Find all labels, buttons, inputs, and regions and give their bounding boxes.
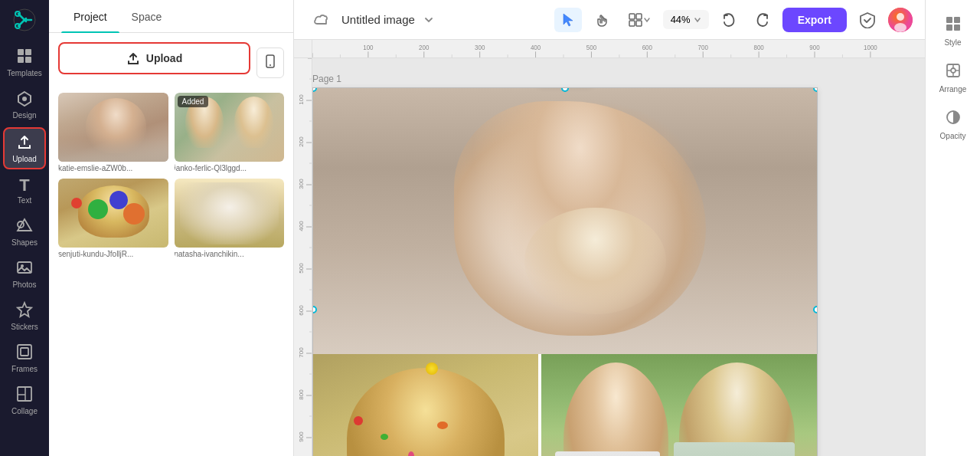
- grid-icon: [628, 12, 643, 28]
- sidebar-item-frames[interactable]: Frames: [3, 339, 46, 378]
- svg-point-99: [951, 68, 956, 73]
- svg-text:800: 800: [298, 389, 305, 400]
- panel-sidebar: Project Space Upload: [49, 0, 294, 456]
- image-label-3: senjuti-kundu-JfolljR...: [58, 250, 168, 258]
- top-toolbar: Untitled image: [294, 0, 925, 40]
- right-panel: Style Arrange Opacity: [925, 0, 980, 456]
- style-icon: [945, 15, 962, 36]
- export-button[interactable]: Export: [782, 8, 847, 32]
- canvas-with-ruler: 100 200 300 400 500 600 700 800: [294, 40, 925, 456]
- image-grid: katie-emslie-aZW0b... Added janko-ferlic…: [58, 93, 284, 258]
- image-item-1[interactable]: katie-emslie-aZW0b...: [58, 93, 168, 172]
- cursor-tool-button[interactable]: [554, 8, 582, 32]
- sidebar-item-photos[interactable]: Photos: [3, 254, 46, 294]
- canvas-area: Untitled image: [294, 0, 925, 456]
- templates-icon: [16, 48, 33, 67]
- svg-rect-21: [636, 21, 642, 26]
- sidebar-item-stickers[interactable]: Stickers: [3, 297, 46, 336]
- collage-label: Collage: [11, 407, 38, 415]
- svg-text:300: 300: [475, 44, 485, 51]
- templates-label: Templates: [7, 69, 42, 77]
- image-item-4[interactable]: natasha-ivanchikin...: [175, 179, 285, 258]
- svg-text:1000: 1000: [864, 44, 877, 51]
- zoom-chevron-icon: [694, 16, 701, 24]
- sidebar-item-design[interactable]: Design: [3, 85, 46, 124]
- shield-button[interactable]: [853, 7, 882, 33]
- svg-point-24: [894, 23, 906, 32]
- svg-rect-11: [18, 345, 31, 359]
- ruler-horizontal: 100 200 300 400 500 600 700 800: [312, 40, 925, 58]
- sidebar-item-shapes[interactable]: Shapes: [3, 212, 46, 251]
- text-icon: T: [19, 177, 29, 194]
- photo-two-kids[interactable]: [540, 354, 817, 456]
- canvas-viewport[interactable]: Page 1: [312, 58, 925, 456]
- style-label: Style: [944, 38, 961, 47]
- upload-button[interactable]: Upload: [58, 42, 250, 74]
- photo-girl-paint[interactable]: [313, 354, 540, 456]
- svg-rect-4: [25, 49, 31, 55]
- frame-chevron-icon: [643, 16, 651, 24]
- photo-mother-baby[interactable]: [313, 88, 817, 354]
- sidebar-item-templates[interactable]: Templates: [3, 43, 46, 82]
- svg-rect-3: [18, 49, 24, 55]
- brand-logo[interactable]: [11, 6, 38, 34]
- right-panel-style[interactable]: Style: [929, 9, 978, 53]
- cloud-icon: [312, 11, 329, 28]
- sidebar-item-collage[interactable]: Collage: [3, 381, 46, 420]
- svg-text:100: 100: [363, 44, 374, 51]
- panel-tabs: Project Space: [49, 0, 293, 33]
- canvas-inner: Page 1: [312, 74, 925, 456]
- svg-text:500: 500: [586, 44, 597, 51]
- upload-btn-label: Upload: [146, 52, 182, 64]
- photos-label: Photos: [12, 280, 36, 289]
- title-chevron-button[interactable]: [421, 12, 436, 28]
- svg-text:400: 400: [298, 221, 305, 231]
- ruler-vertical: 100 200 300 400 500 600 700 800: [294, 58, 312, 456]
- image-item-3[interactable]: senjuti-kundu-JfolljR...: [58, 179, 168, 258]
- svg-point-7: [22, 97, 27, 101]
- image-item-2[interactable]: Added janko-ferlic-Ql3lggd...: [175, 93, 285, 172]
- sidebar-item-text[interactable]: T Text: [3, 172, 46, 209]
- collage-icon: [16, 385, 33, 405]
- hand-tool-button[interactable]: [588, 8, 616, 32]
- zoom-level: 44%: [671, 14, 691, 25]
- frame-selector-button[interactable]: [622, 8, 657, 32]
- design-icon: [16, 90, 33, 109]
- device-button[interactable]: [256, 48, 284, 78]
- design-label: Design: [12, 111, 36, 120]
- zoom-selector[interactable]: 44%: [663, 10, 709, 29]
- image-label-1: katie-emslie-aZW0b...: [58, 164, 168, 172]
- user-avatar[interactable]: [888, 8, 913, 32]
- tab-project[interactable]: Project: [61, 0, 119, 32]
- svg-text:300: 300: [298, 179, 305, 189]
- upload-label: Upload: [12, 155, 37, 163]
- arrange-label: Arrange: [939, 85, 967, 93]
- svg-point-17: [270, 64, 271, 66]
- image-label-2: janko-ferlic-Ql3lggd...: [175, 164, 285, 172]
- svg-text:400: 400: [531, 44, 541, 51]
- ruler-corner: [294, 40, 312, 58]
- stickers-icon: [16, 301, 33, 320]
- sidebar-item-upload[interactable]: Upload: [3, 127, 46, 169]
- icon-sidebar: Templates Design Upload T Text Shapes Ph…: [0, 0, 49, 456]
- cloud-save-button[interactable]: [306, 7, 335, 33]
- upload-icon: [16, 133, 33, 153]
- opacity-label: Opacity: [940, 132, 966, 140]
- frames-icon: [16, 343, 33, 363]
- svg-rect-96: [946, 25, 952, 31]
- svg-rect-13: [18, 387, 31, 401]
- svg-rect-20: [629, 21, 635, 26]
- svg-point-23: [897, 13, 904, 21]
- undo-button[interactable]: [715, 8, 743, 32]
- tab-space[interactable]: Space: [119, 0, 175, 32]
- shapes-label: Shapes: [11, 238, 38, 247]
- cursor-icon: [560, 12, 576, 28]
- right-panel-opacity[interactable]: Opacity: [929, 103, 978, 146]
- right-panel-arrange[interactable]: Arrange: [929, 56, 978, 100]
- svg-text:200: 200: [419, 44, 430, 51]
- redo-button[interactable]: [749, 8, 776, 32]
- svg-rect-25: [312, 40, 925, 57]
- svg-rect-95: [954, 17, 960, 23]
- canvas-frame[interactable]: [312, 87, 818, 456]
- svg-text:800: 800: [753, 44, 764, 51]
